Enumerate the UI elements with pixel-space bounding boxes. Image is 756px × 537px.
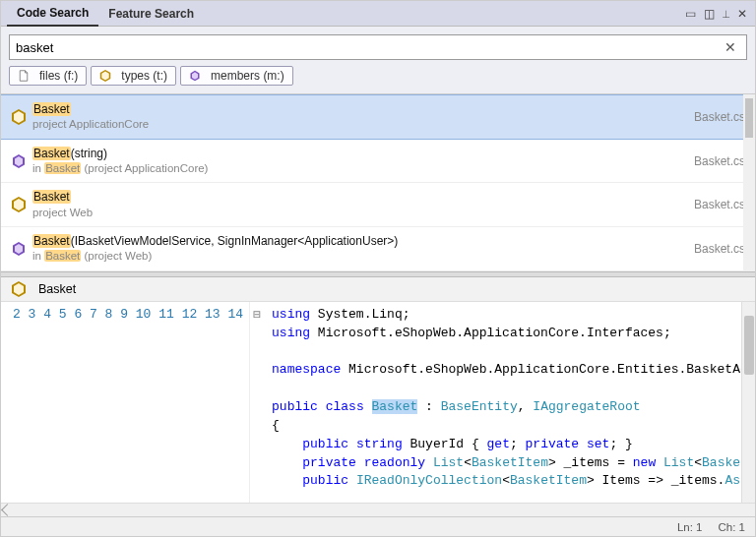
- result-file: Basket.cs: [694, 198, 745, 211]
- search-row: ✕: [1, 27, 755, 66]
- filter-label: files (f:): [39, 69, 78, 83]
- tab-feature-search[interactable]: Feature Search: [98, 2, 204, 26]
- type-icon: [11, 197, 27, 212]
- preview-header: Basket: [1, 277, 755, 302]
- fold-column[interactable]: ⊟: [250, 302, 264, 503]
- status-col: Ch: 1: [719, 521, 746, 533]
- filter-chip-member[interactable]: members (m:): [180, 66, 293, 86]
- result-file: Basket.cs: [694, 154, 745, 168]
- results-list: Basketproject ApplicationCoreBasket.csBa…: [1, 94, 755, 271]
- result-title: Basket(IBasketViewModelService, SignInMa…: [32, 233, 686, 249]
- code-scrollbar-h[interactable]: [1, 503, 755, 516]
- result-item[interactable]: Basket(string)in Basket (project Applica…: [1, 140, 755, 184]
- member-icon: [11, 241, 27, 257]
- result-title: Basket: [32, 101, 686, 117]
- status-bar: Ln: 1 Ch: 1: [1, 516, 755, 536]
- result-subtitle: in Basket (project Web): [32, 249, 686, 265]
- filter-row: files (f:)types (t:)members (m:): [1, 66, 755, 94]
- search-input[interactable]: [16, 40, 721, 55]
- results-scrollbar[interactable]: [743, 94, 755, 271]
- result-subtitle: project Web: [32, 206, 686, 221]
- tab-code-search[interactable]: Code Search: [7, 1, 98, 27]
- result-subtitle: project ApplicationCore: [32, 117, 686, 133]
- result-file: Basket.cs: [694, 110, 745, 124]
- close-icon[interactable]: ✕: [735, 7, 749, 21]
- preview-title: Basket: [38, 282, 76, 296]
- member-icon: [11, 153, 27, 169]
- result-subtitle: in Basket (project ApplicationCore): [32, 161, 686, 177]
- search-box[interactable]: ✕: [9, 34, 747, 60]
- type-icon: [11, 281, 27, 297]
- window-layout1-icon[interactable]: ▭: [683, 7, 698, 21]
- code-preview: 2 3 4 5 6 7 8 9 10 11 12 13 14 ⊟ using S…: [1, 302, 755, 503]
- result-item[interactable]: Basket(IBasketViewModelService, SignInMa…: [1, 227, 755, 271]
- type-icon: [99, 70, 111, 82]
- clear-icon[interactable]: ✕: [721, 39, 740, 55]
- tab-bar: Code Search Feature Search ▭ ◫ ⟂ ✕: [1, 1, 755, 27]
- filter-label: types (t:): [121, 69, 167, 83]
- result-title: Basket(string): [32, 146, 686, 161]
- filter-chip-type[interactable]: types (t:): [91, 66, 176, 86]
- result-item[interactable]: Basketproject ApplicationCoreBasket.cs: [1, 94, 755, 140]
- status-line: Ln: 1: [677, 521, 703, 533]
- result-item[interactable]: Basketproject WebBasket.cs: [1, 183, 755, 227]
- pin-icon[interactable]: ⟂: [721, 7, 731, 21]
- type-icon: [11, 109, 27, 125]
- window-layout2-icon[interactable]: ◫: [702, 7, 717, 21]
- line-gutter: 2 3 4 5 6 7 8 9 10 11 12 13 14: [1, 302, 250, 503]
- filter-label: members (m:): [211, 69, 284, 83]
- member-icon: [189, 70, 201, 82]
- code-body[interactable]: using System.Linq;using Microsoft.eShopW…: [264, 302, 755, 503]
- result-title: Basket: [32, 189, 686, 205]
- result-file: Basket.cs: [694, 242, 745, 256]
- filter-chip-file[interactable]: files (f:): [9, 66, 87, 86]
- code-scrollbar-v[interactable]: [741, 302, 755, 503]
- file-icon: [18, 70, 30, 82]
